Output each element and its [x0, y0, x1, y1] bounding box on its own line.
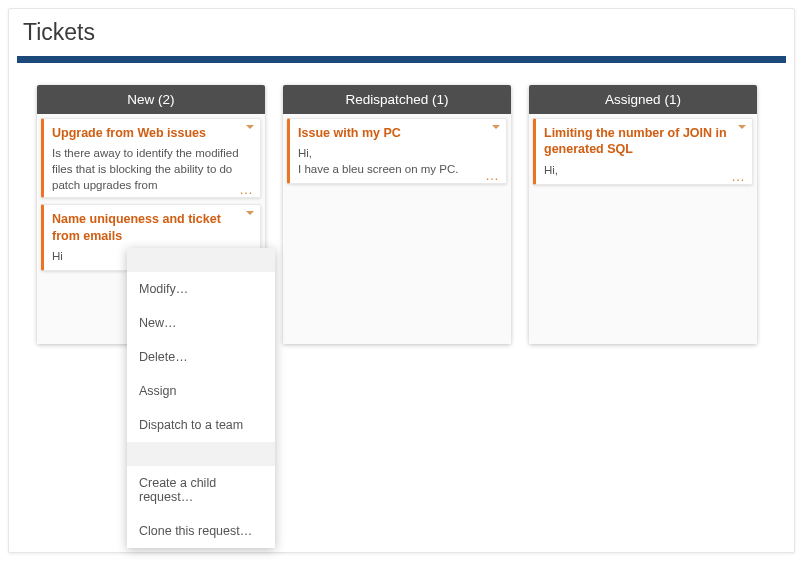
- column-redispatched: Redispatched (1) Issue with my PC Hi, I …: [283, 85, 511, 344]
- context-menu: Modify… New… Delete… Assign Dispatch to …: [127, 248, 275, 548]
- ticket-card[interactable]: Issue with my PC Hi, I have a bleu scree…: [287, 118, 507, 184]
- menu-item-assign[interactable]: Assign: [127, 374, 275, 408]
- ticket-title: Issue with my PC: [298, 125, 498, 141]
- menu-spacer: [127, 248, 275, 272]
- ticket-title: Name uniqueness and ticket from emails: [52, 211, 252, 244]
- card-menu-icon[interactable]: [246, 125, 254, 129]
- column-header: New (2): [37, 85, 265, 114]
- page-title: Tickets: [9, 9, 794, 56]
- more-icon[interactable]: …: [731, 173, 746, 180]
- menu-item-delete[interactable]: Delete…: [127, 340, 275, 374]
- column-body: Issue with my PC Hi, I have a bleu scree…: [283, 114, 511, 344]
- ticket-body: Is there away to identify the modified f…: [52, 145, 252, 191]
- card-menu-icon[interactable]: [246, 211, 254, 215]
- menu-item-child-request[interactable]: Create a child request…: [127, 466, 275, 514]
- brand-strip: [17, 56, 786, 63]
- column-assigned: Assigned (1) Limiting the number of JOIN…: [529, 85, 757, 344]
- menu-item-clone-request[interactable]: Clone this request…: [127, 514, 275, 548]
- menu-spacer: [127, 442, 275, 466]
- menu-item-new[interactable]: New…: [127, 306, 275, 340]
- more-icon[interactable]: …: [239, 186, 254, 193]
- ticket-body: Hi, I have a bleu screen on my PC.: [298, 145, 498, 177]
- tickets-panel: Tickets New (2) Upgrade from Web issues …: [8, 8, 795, 553]
- column-header: Assigned (1): [529, 85, 757, 114]
- ticket-title: Limiting the number of JOIN in generated…: [544, 125, 744, 158]
- card-menu-icon[interactable]: [492, 125, 500, 129]
- more-icon[interactable]: …: [485, 172, 500, 179]
- ticket-body: Hi,: [544, 162, 744, 178]
- ticket-card[interactable]: Upgrade from Web issues Is there away to…: [41, 118, 261, 198]
- ticket-title: Upgrade from Web issues: [52, 125, 252, 141]
- menu-item-modify[interactable]: Modify…: [127, 272, 275, 306]
- ticket-card[interactable]: Limiting the number of JOIN in generated…: [533, 118, 753, 185]
- column-header: Redispatched (1): [283, 85, 511, 114]
- column-body: Limiting the number of JOIN in generated…: [529, 114, 757, 344]
- menu-item-dispatch[interactable]: Dispatch to a team: [127, 408, 275, 442]
- card-menu-icon[interactable]: [738, 125, 746, 129]
